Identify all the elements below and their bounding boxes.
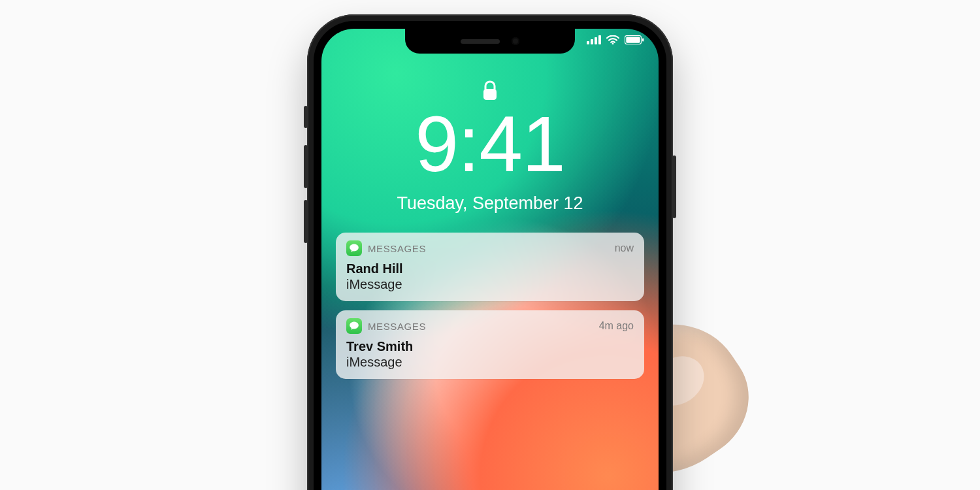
messages-app-icon [346,240,362,256]
iphone-body: 9:41 Tuesday, September 12 MESSAGES now … [307,14,673,490]
notification-timestamp: now [615,242,634,254]
svg-rect-2 [595,37,597,44]
lock-screen-time: 9:41 [321,105,659,183]
wifi-icon [606,35,619,44]
svg-point-4 [612,43,614,44]
svg-rect-7 [642,39,644,42]
notification-preview: iMessage [346,355,634,370]
volume-up-button [304,145,308,188]
earpiece-speaker [461,39,500,44]
status-bar [587,35,644,44]
svg-rect-3 [598,35,601,44]
notification-card[interactable]: MESSAGES now Rand Hill iMessage [336,233,644,301]
notification-list: MESSAGES now Rand Hill iMessage MESSAGES… [336,233,644,379]
notification-app-name: MESSAGES [368,243,426,254]
notification-timestamp: 4m ago [599,320,634,332]
notification-card[interactable]: MESSAGES 4m ago Trev Smith iMessage [336,310,644,379]
product-photo: 9:41 Tuesday, September 12 MESSAGES now … [0,0,980,490]
front-camera [512,37,519,45]
battery-icon [625,35,644,44]
display-notch [405,29,575,54]
svg-rect-8 [483,89,497,100]
lock-screen[interactable]: 9:41 Tuesday, September 12 MESSAGES now … [321,29,659,490]
svg-rect-6 [626,37,640,42]
notification-app-name: MESSAGES [368,321,426,332]
notification-sender: Trev Smith [346,339,634,354]
lock-screen-date: Tuesday, September 12 [321,193,659,214]
notification-preview: iMessage [346,277,634,292]
mute-switch [304,106,308,128]
messages-app-icon [346,318,362,334]
svg-rect-0 [587,41,589,44]
notification-sender: Rand Hill [346,261,634,276]
volume-down-button [304,200,308,243]
side-button [672,155,676,218]
cellular-signal-icon [587,35,601,44]
svg-rect-1 [591,39,593,44]
